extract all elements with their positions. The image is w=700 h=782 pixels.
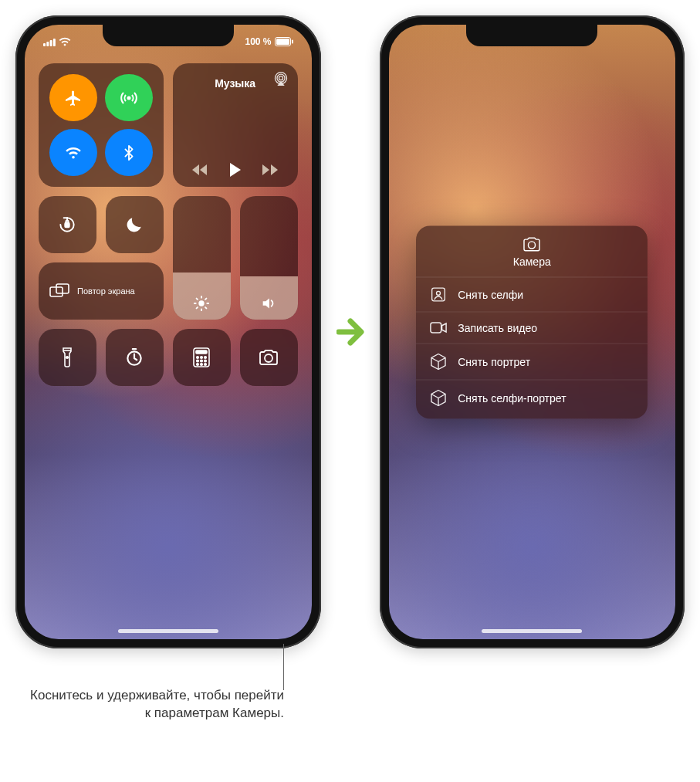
selfie-icon [430, 287, 447, 303]
notch [103, 25, 234, 46]
svg-rect-5 [276, 39, 289, 45]
svg-rect-2 [50, 40, 52, 46]
svg-point-27 [205, 364, 207, 366]
svg-point-29 [529, 242, 536, 249]
cellular-data-button[interactable] [105, 74, 153, 121]
camera-icon [522, 237, 542, 252]
menu-item-label: Снять портрет [458, 356, 530, 368]
svg-rect-30 [432, 288, 445, 301]
svg-point-21 [205, 357, 207, 359]
airplay-icon[interactable] [273, 71, 289, 86]
svg-rect-11 [66, 223, 69, 227]
svg-rect-1 [46, 42, 49, 46]
callout-text: Коснитесь и удерживайте, чтобы перейти к… [23, 687, 284, 723]
menu-item-label: Записать видео [458, 322, 537, 334]
menu-item-label: Снять селфи [458, 289, 523, 301]
svg-point-19 [197, 357, 199, 359]
video-icon [430, 322, 447, 334]
svg-rect-6 [292, 40, 293, 44]
svg-point-24 [205, 360, 207, 362]
transition-arrow-icon [336, 317, 364, 347]
camera-menu-header: Камера [416, 237, 648, 278]
svg-point-9 [277, 74, 285, 82]
menu-item-take-selfie[interactable]: Снять селфи [416, 278, 648, 313]
svg-point-20 [201, 357, 203, 359]
home-indicator[interactable] [118, 629, 218, 633]
home-indicator[interactable] [482, 629, 582, 633]
svg-point-23 [201, 360, 203, 362]
brightness-icon [193, 295, 210, 312]
cellular-icon [43, 38, 56, 46]
svg-point-12 [199, 300, 205, 306]
screen-left: 100 % [25, 25, 312, 639]
cube-icon [430, 390, 447, 407]
callout-leader-line [283, 644, 284, 690]
brightness-slider[interactable] [173, 196, 231, 320]
svg-rect-0 [43, 43, 46, 46]
battery-text: 100 % [245, 36, 271, 47]
svg-point-25 [197, 364, 199, 366]
svg-point-22 [197, 360, 199, 362]
bluetooth-button[interactable] [105, 129, 153, 176]
phone-left: 100 % [15, 15, 321, 648]
svg-point-26 [201, 364, 203, 366]
control-center: Музыка [39, 63, 298, 386]
svg-point-28 [265, 354, 272, 362]
wifi-status-icon [59, 37, 71, 46]
screen-right: Камера Снять селфи Записать видео [389, 25, 676, 639]
do-not-disturb-button[interactable] [106, 196, 164, 253]
menu-item-record-video[interactable]: Записать видео [416, 313, 648, 344]
camera-menu-title: Камера [513, 256, 551, 268]
orientation-lock-button[interactable] [39, 196, 96, 253]
volume-slider[interactable] [240, 196, 298, 320]
calculator-button[interactable] [173, 329, 231, 386]
svg-point-31 [437, 291, 441, 295]
connectivity-panel[interactable] [39, 63, 164, 187]
next-track-icon[interactable] [262, 164, 278, 176]
camera-button[interactable] [240, 329, 298, 386]
svg-point-15 [66, 357, 69, 359]
svg-rect-32 [431, 323, 441, 333]
svg-rect-18 [196, 350, 207, 354]
music-panel[interactable]: Музыка [173, 63, 298, 187]
screen-mirroring-button[interactable]: Повтор экрана [39, 262, 164, 320]
menu-item-take-portrait[interactable]: Снять портрет [416, 344, 648, 381]
play-icon[interactable] [228, 162, 242, 178]
screen-mirror-label: Повтор экрана [77, 286, 135, 296]
menu-item-take-selfie-portrait[interactable]: Снять селфи-портрет [416, 381, 648, 416]
svg-rect-3 [53, 39, 56, 46]
phone-right: Камера Снять селфи Записать видео [380, 15, 685, 648]
airplane-mode-button[interactable] [49, 74, 97, 121]
svg-point-7 [127, 96, 130, 99]
battery-icon [275, 37, 293, 46]
screen-mirror-icon [49, 283, 69, 299]
menu-item-label: Снять селфи-портрет [458, 392, 566, 405]
cube-icon [430, 354, 447, 371]
svg-point-8 [279, 76, 282, 80]
camera-quick-menu: Камера Снять селфи Записать видео [416, 226, 648, 419]
notch [466, 25, 597, 46]
timer-button[interactable] [106, 329, 164, 386]
flashlight-button[interactable] [39, 329, 96, 386]
prev-track-icon[interactable] [192, 164, 208, 176]
volume-icon [260, 295, 277, 312]
wifi-button[interactable] [49, 129, 97, 176]
